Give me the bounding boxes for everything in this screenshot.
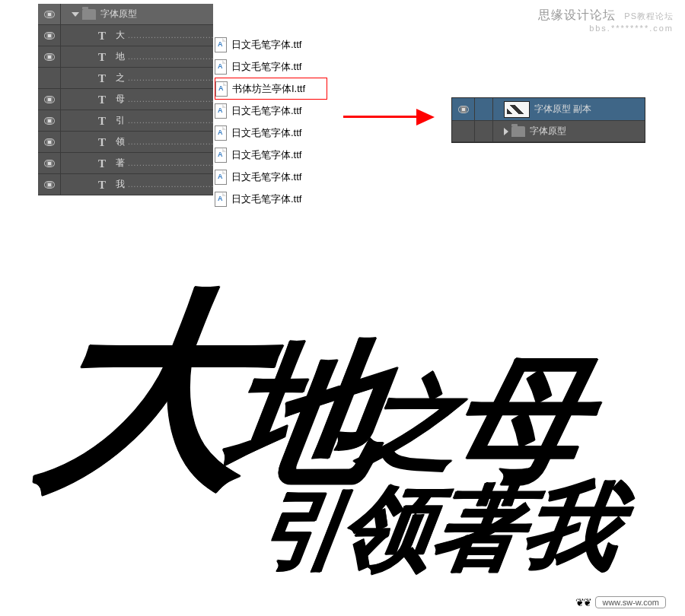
layer-name: 引	[116, 114, 125, 127]
layer-thumbnail-icon	[504, 101, 530, 118]
visibility-toggle[interactable]	[38, 68, 61, 88]
font-file-item: 日文毛笔字体.ttf	[215, 33, 327, 56]
visibility-toggle[interactable]	[452, 121, 475, 141]
visibility-toggle[interactable]	[38, 89, 61, 110]
font-file-name: 日文毛笔字体.ttf	[231, 38, 301, 52]
calligraphy-artwork: 大 地 之 母 引 领 著 我	[38, 259, 639, 578]
font-file-icon	[215, 59, 227, 75]
dots-filler: ........................................	[125, 95, 213, 103]
font-file-icon	[215, 37, 227, 52]
group-row[interactable]: 字体原型	[38, 4, 213, 25]
text-layer-row[interactable]: T 领 ....................................…	[38, 132, 213, 153]
eye-icon	[44, 53, 55, 61]
text-layer-icon: T	[94, 50, 110, 64]
watermark-eyes-icon: ❦❦	[575, 596, 591, 608]
disclosure-icon[interactable]	[72, 12, 79, 17]
layer-name: 大	[116, 29, 125, 42]
dots-filler: ........................................	[125, 52, 213, 61]
lock-column[interactable]	[475, 98, 493, 120]
text-layer-icon: T	[94, 93, 110, 106]
visibility-toggle[interactable]	[38, 174, 61, 195]
eye-icon	[44, 160, 55, 167]
text-layer-icon: T	[94, 29, 110, 43]
dots-filler: ........................................	[125, 180, 213, 189]
font-file-icon	[215, 81, 228, 97]
visibility-toggle[interactable]	[452, 98, 475, 120]
dots-filler: ........................................	[125, 31, 213, 40]
font-file-item: 日文毛笔字体.ttf	[215, 188, 327, 210]
visibility-toggle[interactable]	[38, 153, 61, 173]
eye-icon	[44, 181, 55, 189]
eye-icon	[44, 11, 55, 18]
font-file-item-highlighted: 书体坊兰亭体I.ttf	[215, 78, 327, 100]
visibility-toggle[interactable]	[38, 46, 61, 67]
font-file-item: 日文毛笔字体.ttf	[215, 166, 327, 188]
watermark-url: www.sw-w.com	[595, 596, 666, 608]
dots-filler: ........................................	[125, 159, 213, 167]
group-row[interactable]: 字体原型	[452, 121, 645, 142]
font-file-name: 日文毛笔字体.ttf	[231, 104, 301, 118]
text-layer-row[interactable]: T 地 ....................................…	[38, 46, 213, 68]
group-name: 字体原型	[100, 8, 137, 21]
font-file-name: 日文毛笔字体.ttf	[231, 170, 301, 184]
watermark-bottom-right: ❦❦ www.sw-w.com	[575, 596, 666, 608]
watermark-line1: 思缘设计论坛 PS教程论坛	[538, 8, 674, 24]
eye-icon	[44, 96, 55, 103]
text-layer-icon: T	[94, 178, 110, 192]
font-file-name: 日文毛笔字体.ttf	[231, 60, 301, 74]
visibility-toggle[interactable]	[38, 25, 61, 46]
layer-name: 领	[116, 135, 125, 148]
group-name: 字体原型	[530, 125, 566, 138]
eye-icon	[44, 117, 55, 125]
folder-icon	[511, 126, 525, 137]
text-layer-icon: T	[94, 114, 110, 128]
red-arrow	[343, 105, 442, 128]
font-file-icon	[215, 125, 227, 141]
text-layer-row[interactable]: T 引 ....................................…	[38, 110, 213, 132]
text-layer-row[interactable]: T 我 ....................................…	[38, 174, 213, 195]
smart-object-row[interactable]: 字体原型 副本	[452, 98, 645, 121]
layers-panel-right: 字体原型 副本 字体原型	[451, 97, 645, 143]
visibility-toggle[interactable]	[38, 4, 61, 24]
arrow-line	[343, 116, 419, 118]
folder-icon	[82, 9, 96, 20]
text-layer-row[interactable]: T 之 ....................................…	[38, 68, 213, 89]
watermark-top-right: 思缘设计论坛 PS教程论坛 bbs.********.com	[538, 8, 674, 33]
font-file-list: 日文毛笔字体.ttf 日文毛笔字体.ttf 书体坊兰亭体I.ttf 日文毛笔字体…	[215, 33, 327, 210]
visibility-toggle[interactable]	[38, 132, 61, 152]
layer-name: 著	[116, 157, 125, 170]
disclosure-icon[interactable]	[504, 128, 508, 135]
visibility-toggle[interactable]	[38, 110, 61, 131]
eye-icon	[44, 138, 55, 146]
brush-char-zhu: 著	[425, 468, 530, 592]
font-file-name: 日文毛笔字体.ttf	[231, 192, 301, 206]
text-layer-icon: T	[94, 135, 110, 149]
text-layer-row[interactable]: T 大 ....................................…	[38, 25, 213, 46]
text-layer-icon: T	[94, 71, 110, 85]
font-file-item: 日文毛笔字体.ttf	[215, 144, 327, 166]
font-file-icon	[215, 170, 227, 185]
text-layer-row[interactable]: T 母 ....................................…	[38, 89, 213, 110]
lock-column[interactable]	[475, 121, 493, 141]
brush-char-ling: 领	[334, 468, 439, 592]
font-file-item: 日文毛笔字体.ttf	[215, 122, 327, 144]
eye-icon	[44, 32, 55, 40]
dots-filler: ........................................	[125, 74, 213, 82]
brush-char-wo: 我	[516, 464, 626, 592]
font-file-name: 日文毛笔字体.ttf	[231, 148, 301, 162]
font-file-name: 日文毛笔字体.ttf	[231, 126, 301, 140]
smart-object-name: 字体原型 副本	[534, 103, 591, 116]
font-file-item: 日文毛笔字体.ttf	[215, 56, 327, 78]
dots-filler: ........................................	[125, 138, 213, 146]
text-layer-row[interactable]: T 著 ....................................…	[38, 153, 213, 174]
font-file-icon	[215, 192, 227, 207]
layer-name: 之	[116, 71, 125, 84]
layers-panel-left: 字体原型 T 大 ...............................…	[38, 4, 213, 195]
text-layer-icon: T	[94, 157, 110, 170]
font-file-icon	[215, 148, 227, 163]
layer-name: 我	[116, 178, 125, 191]
watermark-line2: bbs.********.com	[538, 24, 674, 33]
layer-name: 母	[116, 93, 125, 106]
arrow-head-icon	[416, 109, 435, 125]
font-file-icon	[215, 103, 227, 119]
